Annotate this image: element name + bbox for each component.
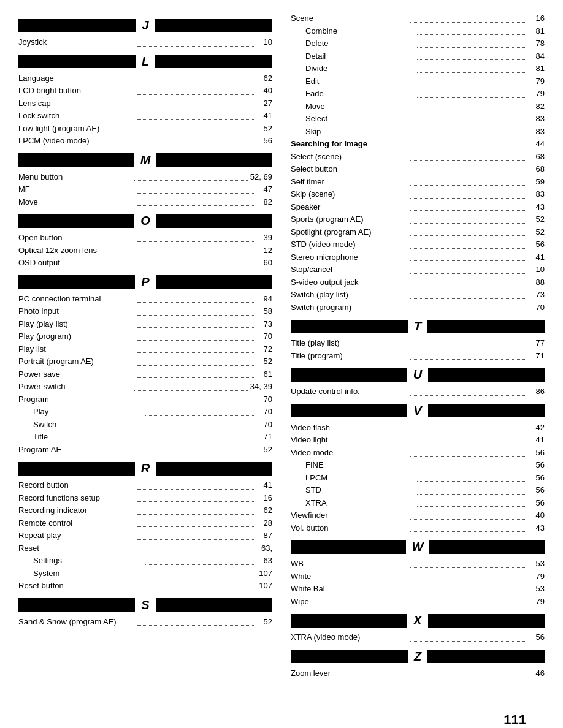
header-bar-left (18, 153, 134, 167)
section-header: U (291, 368, 545, 382)
header-letter: R (135, 461, 156, 476)
index-entry: S-video output jack 88 (291, 276, 545, 289)
entry-page: 83 (526, 126, 545, 138)
entry-page: 68 (526, 151, 545, 163)
entry-name: Sports (program AE) (291, 213, 410, 226)
entry-dots (410, 583, 526, 593)
index-entry: Combine 81 (291, 25, 545, 37)
entry-name: Remote control (18, 517, 137, 529)
entry-name: LPCM (video mode) (18, 135, 137, 147)
entry-dots (137, 492, 254, 502)
index-entry: Sports (program AE) 52 (291, 213, 545, 226)
entry-dots (137, 232, 254, 242)
entry-name: Low light (program AE) (18, 123, 137, 135)
entry-dots (145, 567, 254, 578)
entry-dots (137, 318, 254, 328)
entry-name: Scene (291, 12, 410, 25)
index-entry: Skip 83 (291, 126, 545, 138)
entry-dots (410, 264, 526, 274)
index-entry: Title 71 (18, 431, 272, 443)
entry-page: 41 (254, 479, 272, 491)
entry-dots (410, 201, 526, 211)
entry-page: 70 (254, 406, 272, 418)
index-entry: Select button 68 (291, 163, 545, 175)
entry-name: Repeat play (18, 529, 137, 542)
left-column: J Joystick 10 L Language 62 LCD bright b… (18, 12, 272, 680)
index-entry: Joystick 10 (18, 36, 272, 48)
header-bar-left (18, 19, 136, 32)
entry-page: 70 (254, 419, 272, 431)
entry-name: Switch (program) (291, 301, 410, 314)
entry-dots (137, 305, 254, 316)
entry-dots (417, 100, 526, 111)
entry-page: 107 (254, 567, 272, 580)
entry-name: Record functions setup (18, 492, 137, 504)
header-bar-right (427, 320, 545, 333)
entry-page: 79 (526, 88, 545, 100)
index-entry: Video flash 42 (291, 422, 545, 434)
entry-name: Portrait (program AE) (18, 355, 137, 368)
entry-page: 40 (526, 509, 545, 521)
index-entry: Speaker 43 (291, 201, 545, 213)
entry-dots (137, 183, 254, 194)
entry-name: Photo input (18, 305, 137, 317)
entry-page: 71 (526, 350, 545, 362)
entry-name: Recording indicator (18, 504, 137, 517)
entry-name: Program (18, 393, 137, 406)
entry-name: Lock switch (18, 110, 137, 122)
index-entry: White Bal. 53 (291, 583, 545, 595)
entry-name: Edit (305, 75, 417, 88)
entry-name: Vol. button (291, 522, 410, 534)
header-bar-left (291, 614, 407, 628)
entry-name: Optical 12x zoom lens (18, 245, 137, 257)
index-entry: Detail 84 (291, 50, 545, 63)
index-entry: Remote control 28 (18, 517, 272, 529)
entry-name: Viewfinder (291, 509, 410, 521)
entry-dots (417, 75, 526, 86)
entry-name: Sand & Snow (program AE) (18, 616, 137, 628)
entry-name: Settings (33, 555, 145, 567)
index-entry: FINE 56 (291, 459, 545, 471)
entry-page: 79 (526, 571, 545, 583)
entry-name: Record button (18, 479, 137, 491)
entry-dots (410, 350, 526, 360)
entry-page: 86 (526, 385, 545, 398)
entry-dots (410, 163, 526, 173)
entry-dots (417, 113, 526, 123)
index-entry: Move 82 (291, 100, 545, 113)
entry-page: 52 (254, 123, 272, 135)
index-entry: Repeat play 87 (18, 529, 272, 542)
entry-name: Speaker (291, 201, 410, 213)
entry-name: Title (play list) (291, 337, 410, 349)
index-entry: Low light (program AE) 52 (18, 123, 272, 135)
index-entry: STD (video mode) 56 (291, 238, 545, 251)
entry-dots (410, 522, 526, 533)
index-entry: Reset 63, (18, 542, 272, 555)
section-header: T (291, 319, 545, 333)
section-header: W (291, 540, 545, 554)
index-entry: Sand & Snow (program AE) 52 (18, 616, 272, 628)
index-entry: LCD bright button 40 (18, 85, 272, 97)
entry-dots (410, 571, 526, 581)
entry-name: Update control info. (291, 385, 410, 398)
entry-page: 61 (254, 368, 272, 381)
entry-dots (137, 245, 254, 255)
header-bar-left (18, 462, 135, 476)
entry-page: 84 (526, 50, 545, 63)
entry-dots (410, 558, 526, 568)
header-letter: T (408, 319, 427, 333)
entry-page: 41 (526, 251, 545, 264)
index-entry: Title (play list) 77 (291, 337, 545, 349)
entry-page: 71 (254, 431, 272, 443)
entry-page: 70 (254, 393, 272, 406)
entry-name: Play (33, 406, 145, 418)
entry-page: 81 (526, 63, 545, 75)
entry-dots (137, 444, 254, 454)
index-entry: Reset button 107 (18, 580, 272, 592)
entry-page: 28 (254, 517, 272, 529)
index-entry: Portrait (program AE) 52 (18, 355, 272, 368)
entry-dots (137, 293, 254, 303)
entry-page: 56 (526, 631, 545, 643)
entry-name: Power switch (18, 381, 134, 393)
index-entry: Video light 41 (291, 434, 545, 446)
